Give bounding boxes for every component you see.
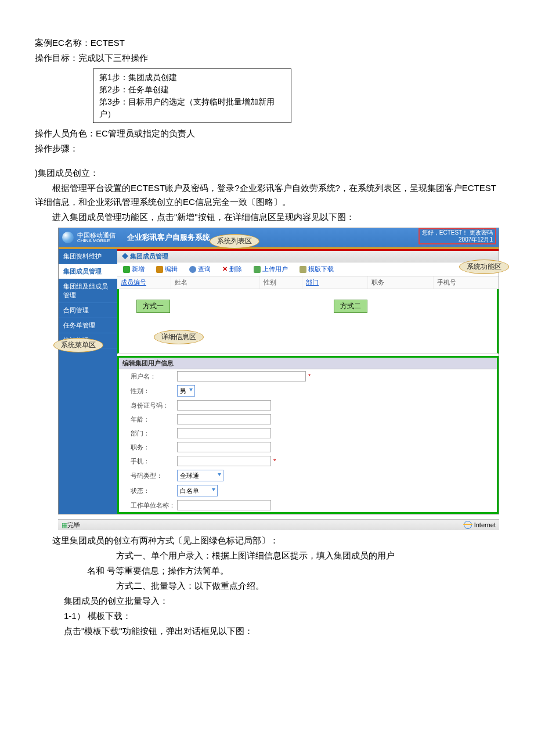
- row-status: 状态： 白名单: [119, 483, 497, 498]
- embedded-screenshot: 中国移动通信 CHINA MOBILE 企业彩讯客户自服务系统 您好，ECTES…: [58, 228, 499, 530]
- sidebar-item-group-org[interactable]: 集团组及组成员管理: [59, 279, 117, 303]
- label-mobile: 手机：: [131, 457, 177, 466]
- logo-text-bottom: CHINA MOBILE: [77, 239, 116, 244]
- label-dept: 部门：: [131, 429, 177, 438]
- label-job: 职务：: [131, 443, 177, 452]
- marker-method1: 方式一: [136, 300, 170, 313]
- add-icon: [123, 266, 130, 273]
- marker-method2: 方式二: [334, 300, 367, 313]
- step3-text: 第3步：目标用户的选定（支持临时批量增加新用户）: [99, 96, 285, 120]
- input-mobile[interactable]: [177, 456, 271, 466]
- logo: 中国移动通信 CHINA MOBILE: [62, 232, 116, 244]
- sidebar-item-group-info[interactable]: 集团资料维护: [59, 249, 117, 264]
- date-text: 2007年12月1: [422, 236, 493, 243]
- post-text1: 这里集团成员的创立有两种方式〔见上图绿色标记局部〕：: [35, 534, 499, 548]
- status-done: 完毕: [67, 521, 80, 530]
- doc-steps-label: 操作步骤：: [35, 142, 499, 156]
- top-right-info: 您好，ECTEST！ 更改密码 2007年12月1: [418, 228, 496, 244]
- sidebar-item-group-member[interactable]: 集团成员管理: [59, 264, 117, 279]
- form-title: 编辑集团用户信息: [119, 358, 497, 369]
- label-status: 状态：: [131, 487, 177, 495]
- input-username[interactable]: [177, 371, 306, 381]
- search-icon: [189, 266, 196, 273]
- callout-detail-area: 详细信息区: [154, 330, 204, 344]
- search-button[interactable]: 查询: [183, 264, 217, 275]
- row-gender: 性别： 男: [119, 383, 497, 398]
- row-age: 年龄：: [119, 412, 497, 426]
- post-text2b: 名和 号等重要信息；操作方法简单。: [87, 564, 499, 578]
- detail-form-panel: 编辑集团用户信息 用户名： * 性别： 男 身份证号码：: [117, 356, 499, 514]
- label-numtype: 号码类型：: [131, 471, 177, 480]
- app-title: 企业彩讯客户自服务系统: [127, 232, 210, 243]
- select-gender[interactable]: 男: [177, 385, 195, 397]
- label-gender: 性别：: [131, 387, 177, 395]
- section1-title: )集团成员创立：: [35, 166, 499, 180]
- col-mobile: 手机号: [434, 276, 499, 289]
- add-button[interactable]: 新增: [117, 264, 150, 275]
- row-username: 用户名： *: [119, 369, 497, 383]
- row-dept: 部门：: [119, 426, 497, 440]
- delete-button[interactable]: ✕删除: [217, 264, 248, 275]
- row-idcard: 身份证号码：: [119, 398, 497, 412]
- section1-para2: 进入集团成员管理功能区，点击"新增"按钮，在详细信息区呈现内容见以下图：: [35, 210, 499, 224]
- logo-text-top: 中国移动通信: [77, 232, 116, 239]
- status-zone: Internet: [474, 521, 496, 528]
- section2-sub: 1-1） 模板下载：: [64, 609, 499, 623]
- label-age: 年龄：: [131, 415, 177, 424]
- section1-para1: 根据管理平台设置的ECTEST账户及密码，登录?企业彩讯客户自效劳系统?，在系统…: [35, 181, 499, 209]
- label-username: 用户名：: [131, 372, 177, 381]
- delete-icon: ✕: [222, 265, 228, 273]
- step1-text: 第1步：集团成员创建: [99, 71, 285, 84]
- callout-list-area: 系统列表区: [210, 234, 259, 249]
- input-idcard[interactable]: [177, 400, 271, 411]
- china-mobile-icon: [62, 232, 74, 243]
- select-status[interactable]: 白名单: [177, 485, 218, 496]
- sidebar: 集团资料维护 集团成员管理 集团组及组成员管理 合同管理 任务单管理 统计管理: [59, 249, 117, 514]
- step2-text: 第2步：任务单创建: [99, 84, 285, 96]
- input-company[interactable]: [177, 500, 271, 510]
- sidebar-item-contract[interactable]: 合同管理: [59, 303, 117, 318]
- col-gender: 性别: [260, 276, 302, 289]
- edit-icon: [156, 266, 163, 273]
- sidebar-item-task[interactable]: 任务单管理: [59, 318, 117, 333]
- internet-icon: [464, 521, 472, 529]
- section2-title: 集团成员的创立批量导入：: [64, 594, 499, 608]
- post-text3: 方式二、批量导入：以下做重点介绍。: [116, 579, 499, 593]
- status-bar: ▦ 完毕 Internet: [58, 519, 499, 530]
- section2-para1: 点击"模板下载"功能按钮，弹出对话框见以下图：: [64, 624, 499, 638]
- callout-menu-area: 系统菜单区: [53, 338, 103, 352]
- col-job: 职务: [368, 276, 434, 289]
- panel-title: ◆ 集团成员管理: [117, 249, 499, 262]
- welcome-text: 您好，ECTEST！ 更改密码: [422, 229, 493, 236]
- row-company: 工作单位名称：: [119, 498, 497, 512]
- edit-button[interactable]: 编辑: [150, 264, 183, 275]
- input-job[interactable]: [177, 442, 271, 452]
- col-name: 姓名: [171, 276, 260, 289]
- upload-button[interactable]: 上传用户: [248, 264, 294, 275]
- table-empty-area: 方式一 方式二 详细信息区: [117, 289, 499, 354]
- post-text2a: 方式一、单个用户录入：根据上图详细信息区提示，填入集团成员的用户: [116, 549, 499, 563]
- toolbar: 新增 编辑 查询 ✕删除 上传用户 模版下载 共0条记录: [117, 262, 499, 276]
- col-dept[interactable]: 部门: [302, 276, 368, 289]
- doc-role: 操作人员角色：EC管理员或指定的负责人: [35, 127, 499, 141]
- select-numtype[interactable]: 全球通: [177, 470, 223, 481]
- table-header: 成员编号 姓名 性别 部门 职务 手机号: [117, 276, 499, 289]
- required-icon: *: [273, 458, 276, 465]
- template-download-button[interactable]: 模版下载: [294, 264, 340, 275]
- required-icon: *: [308, 373, 311, 380]
- doc-line-ec-name: 案例EC名称：ECTEST: [35, 36, 499, 50]
- doc-line-goal: 操作目标：完成以下三种操作: [35, 51, 499, 65]
- row-numtype: 号码类型： 全球通: [119, 468, 497, 483]
- input-age[interactable]: [177, 414, 271, 424]
- app-header: 中国移动通信 CHINA MOBILE 企业彩讯客户自服务系统 您好，ECTES…: [59, 228, 499, 247]
- input-dept[interactable]: [177, 428, 271, 438]
- steps-box: 第1步：集团成员创建 第2步：任务单创建 第3步：目标用户的选定（支持临时批量增…: [93, 69, 291, 123]
- upload-icon: [254, 266, 261, 273]
- row-mobile: 手机： *: [119, 454, 497, 468]
- col-member-id[interactable]: 成员编号: [117, 276, 171, 289]
- download-icon: [300, 266, 306, 273]
- label-company: 工作单位名称：: [131, 501, 177, 510]
- row-job: 职务：: [119, 440, 497, 454]
- label-idcard: 身份证号码：: [131, 401, 177, 410]
- callout-func-area: 系统功能区: [459, 260, 509, 274]
